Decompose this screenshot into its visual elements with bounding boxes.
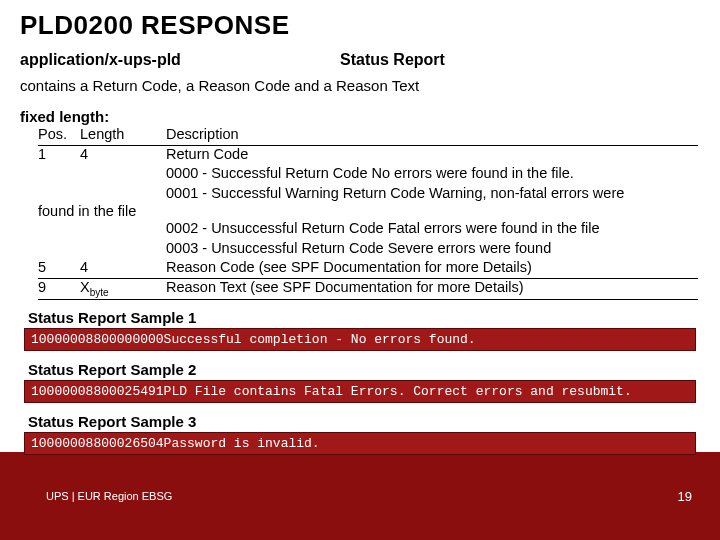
table-header-row: Pos. Length Description <box>38 125 704 145</box>
len-xbyte: Xbyte <box>80 278 166 299</box>
fields-table-cont: 0002 - Unsuccessful Return Code Fatal er… <box>38 219 704 299</box>
col-pos: Pos. <box>38 125 80 145</box>
table-row: 9 Xbyte Reason Text (see SPF Documentati… <box>38 278 704 299</box>
fields-table: Pos. Length Description 1 4 Return Code … <box>38 125 704 203</box>
status-report-label: Status Report <box>340 51 445 69</box>
slide-sheet: PLD0200 RESPONSE application/x-ups-pld S… <box>0 0 720 452</box>
return-code-line: 0002 - Unsuccessful Return Code Fatal er… <box>38 219 704 239</box>
page-number: 19 <box>678 489 692 504</box>
sample-body: 10000008800025491PLD File contains Fatal… <box>24 380 696 403</box>
col-description: Description <box>166 125 704 145</box>
return-code-line: 0001 - Successful Warning Return Code Wa… <box>38 184 704 204</box>
sample-heading: Status Report Sample 3 <box>28 413 704 430</box>
sample-heading: Status Report Sample 2 <box>28 361 704 378</box>
fixed-length-label: fixed length: <box>20 108 704 125</box>
sample-body: 10000008800000000Successful completion -… <box>24 328 696 351</box>
mime-type: application/x-ups-pld <box>20 51 340 69</box>
return-code-line: 0003 - Unsuccessful Return Code Severe e… <box>38 239 704 259</box>
found-in-file: found in the file <box>38 203 704 219</box>
sample-heading: Status Report Sample 1 <box>28 309 704 326</box>
slide-footer: UPS | EUR Region EBSG 19 <box>0 452 720 540</box>
slide-title: PLD0200 RESPONSE <box>20 10 704 41</box>
table-row: 1 4 Return Code <box>38 145 704 165</box>
col-length: Length <box>80 125 166 145</box>
return-code-line: 0000 - Successful Return Code No errors … <box>38 164 704 184</box>
table-row: 5 4 Reason Code (see SPF Documentation f… <box>38 258 704 278</box>
subtitle: contains a Return Code, a Reason Code an… <box>20 77 704 94</box>
footer-left: UPS | EUR Region EBSG <box>46 490 172 502</box>
meta-row: application/x-ups-pld Status Report <box>20 51 704 69</box>
